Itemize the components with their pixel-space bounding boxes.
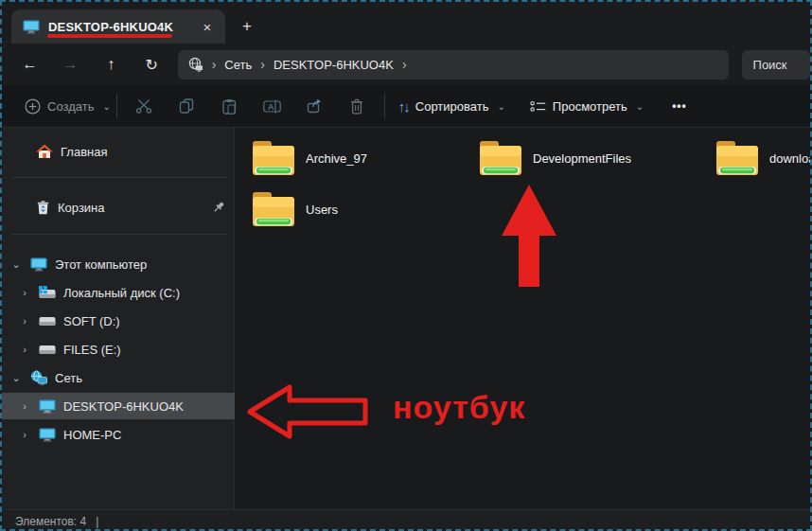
copy-icon [179,98,194,114]
paste-icon [222,98,237,115]
folder-view: Archive_97 DevelopmentFiles [235,128,810,509]
tree-collapsed-icon[interactable]: › [18,344,31,355]
network-globe-icon [187,57,203,72]
file-explorer-window: DESKTOP-6HKUO4K × + ← → ↑ ↻ › Сеть › [0,0,812,531]
tree-collapsed-icon[interactable]: › [18,400,31,412]
copy-button[interactable] [166,98,208,114]
new-button[interactable]: Создать ⌄ [25,98,111,115]
folder-item-developmentfiles[interactable]: DevelopmentFiles [479,137,631,179]
forward-icon[interactable]: → [50,56,91,73]
tree-expanded-icon[interactable]: ⌄ [9,372,23,384]
address-bar[interactable]: › Сеть › DESKTOP-6HKUO4K › [178,50,729,80]
navigation-sidebar: Главная Корзина [2,128,235,509]
drive-icon [39,316,56,327]
folder-icon [252,188,295,230]
new-tab-icon[interactable]: + [237,17,257,36]
svg-text:A: A [268,102,274,112]
os-drive-icon [39,286,56,299]
sort-button-label: Сортировать [415,99,489,114]
sidebar-item-label: Локальный диск (C:) [63,286,180,300]
breadcrumb-chevron-icon: › [402,57,407,72]
network-icon [30,370,47,385]
rename-button[interactable]: A [251,99,293,114]
sidebar-item-network[interactable]: ⌄ Сеть [2,364,235,391]
sidebar-item-desktop-6hkuo4k[interactable]: › DESKTOP-6HKUO4K [2,393,235,419]
tree-collapsed-icon[interactable]: › [18,315,31,327]
navigation-bar: ← → ↑ ↻ › Сеть › DESKTOP-6HKUO4K › Поиск [2,44,810,85]
tab-title: DESKTOP-6HKUO4K [48,20,190,34]
sidebar-item-home[interactable]: Главная [2,138,235,165]
plus-circle-icon [25,98,41,115]
command-toolbar: Создать ⌄ [2,85,810,128]
delete-button[interactable] [336,98,379,115]
toolbar-divider [116,94,117,118]
main-area: Главная Корзина [2,128,810,509]
breadcrumb-root[interactable]: Сеть [224,58,252,72]
status-bar: Элементов: 4 | [2,509,810,531]
more-icon: ••• [672,99,687,113]
folder-item-archive-97[interactable]: Archive_97 [252,137,367,179]
sidebar-item-recycle-bin[interactable]: Корзина [2,194,235,221]
home-icon [36,144,53,159]
share-icon [307,98,323,114]
folder-icon [479,137,522,179]
breadcrumb-current[interactable]: DESKTOP-6HKUO4K [274,58,394,72]
view-button-label: Просмотреть [553,99,627,114]
sidebar-item-label: HOME-PC [63,428,121,442]
view-button[interactable]: Просмотреть ⌄ [530,99,644,114]
tree-collapsed-icon[interactable]: › [18,287,31,298]
items-count-label: Элементов: 4 [15,515,86,528]
tree-expanded-icon[interactable]: ⌄ [9,258,23,271]
sidebar-item-this-pc[interactable]: ⌄ Этот компьютер [2,251,235,277]
breadcrumb-chevron-icon: › [212,57,217,72]
cut-button[interactable] [123,98,166,114]
chevron-down-icon: ⌄ [497,101,504,112]
tab-close-icon[interactable]: × [199,19,216,35]
monitor-icon [30,257,47,272]
sidebar-item-drive-c[interactable]: › Локальный диск (C:) [2,279,235,306]
tab-bar: DESKTOP-6HKUO4K × + [2,2,810,44]
folder-icon [715,137,759,179]
monitor-icon [23,20,40,34]
status-divider: | [96,515,98,528]
sidebar-separator [11,234,227,235]
chevron-down-icon: ⌄ [636,101,644,112]
refresh-icon[interactable]: ↻ [132,56,172,74]
rename-icon: A [263,99,281,114]
new-button-label: Создать [47,99,94,114]
share-button[interactable] [293,98,336,114]
folder-item-downloads[interactable]: downloads [715,137,812,179]
sidebar-item-drive-d[interactable]: › SOFT (D:) [2,308,235,334]
explorer-tab[interactable]: DESKTOP-6HKUO4K × [11,9,225,44]
folder-label: DevelopmentFiles [533,151,631,166]
more-button[interactable]: ••• [672,99,687,113]
laptop-annotation-label: ноутбук [393,389,525,426]
sidebar-separator [11,177,227,178]
sidebar-item-drive-e[interactable]: › FILES (E:) [2,336,235,363]
folder-label: downloads [769,151,812,166]
sidebar-item-label: DESKTOP-6HKUO4K [63,399,184,414]
sort-button[interactable]: ↑↓ Сортировать ⌄ [398,98,505,115]
sidebar-item-label: Сеть [55,371,82,385]
paste-button[interactable] [208,98,251,115]
sidebar-item-label: FILES (E:) [63,343,121,357]
monitor-icon [39,399,56,414]
sidebar-item-home-pc[interactable]: › HOME-PC [2,421,235,448]
back-icon[interactable]: ← [9,56,50,73]
sidebar-item-label: Главная [61,145,107,159]
sidebar-item-label: Этот компьютер [55,257,147,272]
tree-collapsed-icon[interactable]: › [18,429,31,440]
chevron-down-icon: ⌄ [102,101,110,112]
view-options-icon [530,100,546,113]
search-input[interactable]: Поиск [742,50,810,80]
folder-item-users[interactable]: Users [252,188,338,230]
trash-icon [350,98,363,115]
sort-arrows-icon: ↑↓ [398,98,409,115]
red-left-arrow-annotation [246,383,369,440]
folder-icon [252,137,295,179]
recycle-bin-icon [36,200,50,215]
red-up-arrow-annotation [502,185,556,287]
sidebar-item-label: SOFT (D:) [63,314,120,328]
folder-label: Users [306,203,338,217]
up-icon[interactable]: ↑ [91,56,132,73]
